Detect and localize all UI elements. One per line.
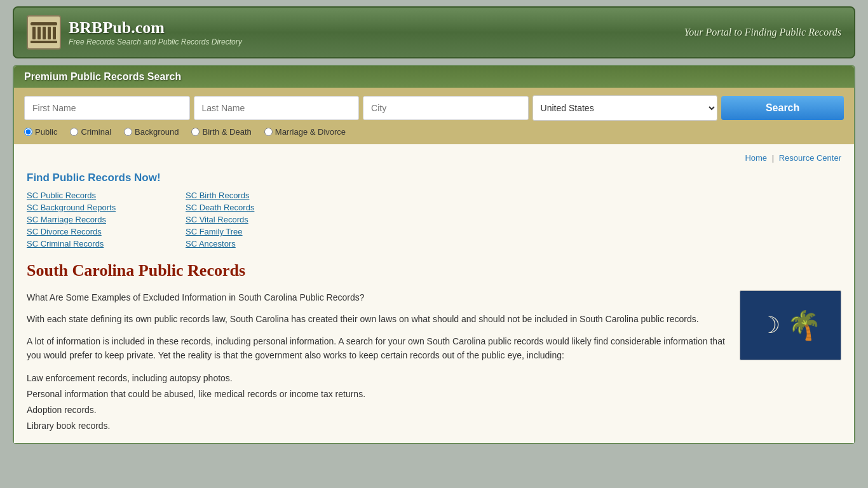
- header-portal-text: Your Portal to Finding Public Records: [684, 27, 841, 38]
- list-item-library: Library book records.: [27, 418, 727, 434]
- main-content-box: Premium Public Records Search United Sta…: [13, 65, 855, 444]
- record-type-radios: Public Criminal Background Birth & Death…: [24, 127, 844, 137]
- link-sc-death-records[interactable]: SC Death Records: [186, 203, 325, 212]
- site-header: BRBPub.com Free Records Search and Publi…: [13, 6, 855, 58]
- site-logo-icon: [27, 15, 61, 50]
- first-name-input[interactable]: [24, 96, 190, 120]
- list-item-personal-info: Personal information that could be abuse…: [27, 386, 727, 402]
- link-sc-background-reports[interactable]: SC Background Reports: [27, 203, 166, 212]
- radio-public[interactable]: Public: [24, 127, 57, 137]
- content-text-block: What Are Some Examples of Excluded Infor…: [27, 290, 727, 434]
- link-sc-vital-records[interactable]: SC Vital Records: [186, 215, 325, 224]
- link-sc-marriage-records[interactable]: SC Marriage Records: [27, 215, 166, 224]
- content-body: What Are Some Examples of Excluded Infor…: [27, 290, 841, 434]
- logo-area: BRBPub.com Free Records Search and Publi…: [27, 15, 242, 50]
- page-main-title: South Carolina Public Records: [27, 261, 841, 280]
- records-links-grid: SC Public Records SC Birth Records SC Ba…: [27, 191, 841, 248]
- link-sc-birth-records[interactable]: SC Birth Records: [186, 191, 325, 200]
- site-tagline: Free Records Search and Public Records D…: [69, 37, 242, 46]
- link-sc-divorce-records[interactable]: SC Divorce Records: [27, 227, 166, 236]
- link-sc-family-tree[interactable]: SC Family Tree: [186, 227, 325, 236]
- sc-state-flag: ☽ 🌴: [740, 290, 841, 360]
- radio-marriage-divorce[interactable]: Marriage & Divorce: [264, 127, 346, 137]
- content-area: Home | Resource Center Find Public Recor…: [14, 144, 854, 443]
- city-input[interactable]: [363, 96, 529, 120]
- palmetto-icon: 🌴: [787, 311, 822, 339]
- content-para-3: A lot of information is included in thes…: [27, 334, 727, 363]
- link-sc-ancestors[interactable]: SC Ancestors: [186, 239, 325, 248]
- radio-background[interactable]: Background: [124, 127, 179, 137]
- list-item-law-enforcement: Law enforcement records, including autop…: [27, 370, 727, 386]
- crescent-icon: ☽: [760, 314, 780, 337]
- content-para-1: What Are Some Examples of Excluded Infor…: [27, 290, 727, 304]
- breadcrumb-home[interactable]: Home: [745, 153, 767, 163]
- header-text-block: BRBPub.com Free Records Search and Publi…: [69, 18, 242, 46]
- search-button[interactable]: Search: [721, 96, 844, 120]
- radio-criminal[interactable]: Criminal: [70, 127, 111, 137]
- link-sc-criminal-records[interactable]: SC Criminal Records: [27, 239, 166, 248]
- site-name: BRBPub.com: [69, 18, 242, 37]
- breadcrumb: Home | Resource Center: [27, 153, 841, 163]
- radio-birth-death[interactable]: Birth & Death: [191, 127, 251, 137]
- search-section-title: Premium Public Records Search: [24, 71, 844, 83]
- excluded-items-list: Law enforcement records, including autop…: [27, 370, 727, 435]
- sc-flag-content: ☽ 🌴: [760, 311, 822, 339]
- list-item-adoption: Adoption records.: [27, 402, 727, 418]
- last-name-input[interactable]: [194, 96, 360, 120]
- find-records-title: Find Public Records Now!: [27, 172, 841, 184]
- breadcrumb-resource[interactable]: Resource Center: [779, 153, 841, 163]
- content-para-2: With each state defining its own public …: [27, 312, 727, 326]
- breadcrumb-separator: |: [772, 153, 774, 163]
- search-area: United States Search Public Criminal Bac…: [14, 88, 854, 144]
- link-sc-public-records[interactable]: SC Public Records: [27, 191, 166, 200]
- country-select[interactable]: United States: [532, 95, 718, 121]
- search-inputs-row: United States Search: [24, 95, 844, 121]
- search-header: Premium Public Records Search: [14, 66, 854, 88]
